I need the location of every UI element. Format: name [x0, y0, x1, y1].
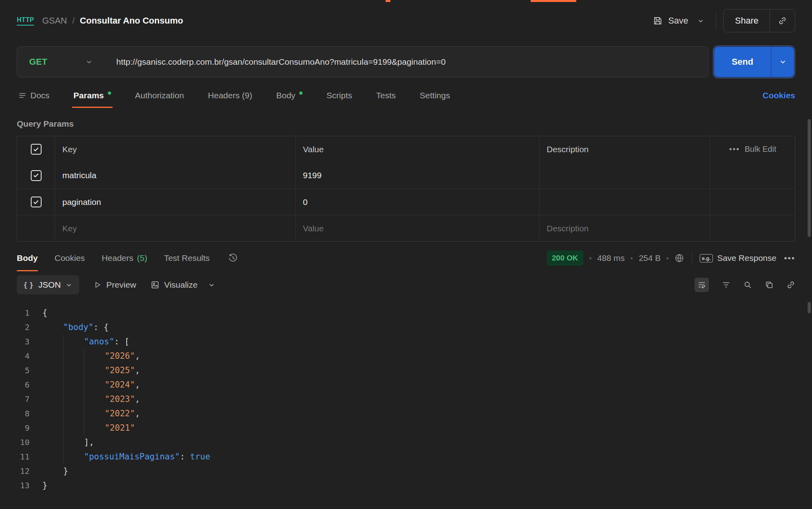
send-options-chevron[interactable]: [771, 47, 794, 77]
param-value-cell[interactable]: 0: [295, 189, 539, 215]
status-badge[interactable]: 200 OK: [547, 251, 583, 266]
network-info-icon[interactable]: [675, 253, 684, 263]
image-icon: [151, 280, 159, 289]
code-line: 3"anos": [: [0, 334, 812, 349]
request-title: Consultar Ano Consumo: [80, 16, 183, 26]
tab-label: Settings: [420, 91, 450, 100]
line-number: 12: [0, 464, 42, 478]
row-checkbox[interactable]: [31, 197, 42, 207]
response-tab-test-results[interactable]: Test Results: [164, 245, 209, 271]
response-tab-body[interactable]: Body: [17, 245, 38, 271]
line-number: 2: [0, 320, 42, 334]
copy-link-icon[interactable]: [770, 10, 795, 32]
save-response-button[interactable]: e.g. Save Response: [700, 253, 776, 263]
query-params-table: Key Value Description ••• Bulk Edit matr…: [17, 136, 795, 242]
tab-headers-9[interactable]: Headers (9): [206, 83, 254, 108]
tab-authorization[interactable]: Authorization: [133, 83, 186, 108]
param-value-cell[interactable]: Value: [295, 215, 539, 241]
response-history-icon[interactable]: [228, 253, 238, 263]
send-group: Send: [714, 47, 794, 77]
example-icon: e.g.: [700, 254, 712, 262]
share-button[interactable]: Share: [724, 16, 770, 26]
response-more-icon[interactable]: •••: [784, 253, 795, 263]
request-url-row: GET http://gsanisc.coderp.com.br/gsan/co…: [0, 46, 812, 78]
response-header: BodyCookiesHeaders(5)Test Results 200 OK…: [0, 245, 812, 271]
param-description-cell[interactable]: [539, 162, 710, 189]
tab-label: Body: [17, 253, 38, 263]
tab-tests[interactable]: Tests: [374, 83, 397, 108]
row-checkbox-cell: [17, 189, 55, 215]
code-line: 4"2026",: [0, 349, 812, 363]
search-icon[interactable]: [743, 280, 752, 289]
param-row: pagination0: [17, 189, 795, 215]
tab-label: Test Results: [164, 253, 209, 263]
param-description-cell[interactable]: [539, 189, 710, 215]
line-number: 7: [0, 392, 42, 406]
cookies-link[interactable]: Cookies: [762, 91, 795, 100]
tab-scripts[interactable]: Scripts: [325, 83, 354, 108]
response-meta: 200 OK 488 ms 254 B e.g. Save Response •…: [547, 251, 795, 266]
tab-settings[interactable]: Settings: [418, 83, 452, 108]
line-number: 1: [0, 306, 42, 320]
send-button[interactable]: Send: [714, 47, 771, 77]
more-views-chevron[interactable]: [209, 282, 215, 288]
param-description-cell[interactable]: Description: [539, 215, 710, 241]
share-group: Share: [723, 9, 795, 32]
response-tab-headers[interactable]: Headers(5): [102, 245, 147, 271]
table-header-row: Key Value Description ••• Bulk Edit: [17, 136, 795, 162]
save-response-label: Save Response: [717, 253, 776, 263]
row-checkbox-cell: [17, 162, 55, 189]
save-options-chevron[interactable]: [693, 14, 709, 28]
code-line: 5"2025",: [0, 363, 812, 378]
word-wrap-icon[interactable]: [695, 278, 709, 292]
request-tabs: DocsParamsAuthorizationHeaders (9)BodySc…: [17, 83, 472, 108]
line-number: 11: [0, 449, 42, 464]
chevron-down-icon: [66, 282, 72, 288]
tab-docs[interactable]: Docs: [17, 83, 51, 108]
visualize-button[interactable]: Visualize: [151, 280, 198, 290]
tab-body[interactable]: Body: [275, 83, 304, 108]
method-selector[interactable]: GET: [17, 57, 105, 67]
response-size[interactable]: 254 B: [639, 253, 661, 263]
scrollbar-thumb-request[interactable]: [808, 119, 811, 237]
separator-dot: [667, 257, 669, 259]
preview-button[interactable]: Preview: [94, 280, 136, 290]
row-checkbox[interactable]: [31, 170, 42, 181]
param-key-cell[interactable]: matricula: [55, 162, 295, 189]
format-label: JSON: [38, 280, 61, 290]
breadcrumb-workspace[interactable]: GSAN: [42, 16, 67, 26]
line-number: 3: [0, 334, 42, 349]
tab-strip-accent-small: [386, 0, 390, 2]
bulk-edit-button[interactable]: ••• Bulk Edit: [710, 136, 795, 162]
param-row-empty: KeyValueDescription: [17, 215, 795, 241]
response-tab-cookies[interactable]: Cookies: [55, 245, 85, 271]
row-end-cell: [710, 189, 795, 215]
copy-icon[interactable]: [765, 280, 774, 289]
param-value-cell[interactable]: 9199: [295, 162, 539, 189]
save-button[interactable]: Save: [648, 12, 693, 30]
response-body-viewer[interactable]: 1{2"body": {3"anos": [4"2026",5"2025",6"…: [0, 298, 812, 493]
http-request-icon: HTTP: [17, 16, 34, 26]
query-params-title: Query Params: [17, 119, 795, 129]
line-number: 13: [0, 478, 42, 493]
url-input[interactable]: http://gsanisc.coderp.com.br/gsan/consul…: [105, 57, 708, 67]
column-header-description: Description: [539, 136, 710, 162]
tab-label: Docs: [30, 91, 50, 100]
format-selector[interactable]: { } JSON: [17, 275, 79, 294]
response-viewer-toolbar: { } JSON Preview Visualize: [0, 272, 812, 298]
tab-params[interactable]: Params: [72, 83, 113, 108]
chevron-down-icon: [86, 59, 92, 65]
filter-icon[interactable]: [722, 280, 730, 289]
response-time[interactable]: 488 ms: [597, 253, 625, 263]
param-key-cell[interactable]: pagination: [55, 189, 295, 215]
select-all-checkbox[interactable]: [31, 144, 42, 155]
line-number: 4: [0, 349, 42, 363]
param-key-cell[interactable]: Key: [55, 215, 295, 241]
tab-label: Cookies: [55, 253, 85, 263]
scrollbar-thumb-response[interactable]: [808, 302, 811, 313]
viewer-icons: [695, 278, 795, 292]
code-lines: 1{2"body": {3"anos": [4"2026",5"2025",6"…: [0, 306, 812, 493]
link-icon[interactable]: [786, 280, 795, 289]
play-icon: [94, 281, 102, 289]
visualize-label: Visualize: [164, 280, 198, 290]
